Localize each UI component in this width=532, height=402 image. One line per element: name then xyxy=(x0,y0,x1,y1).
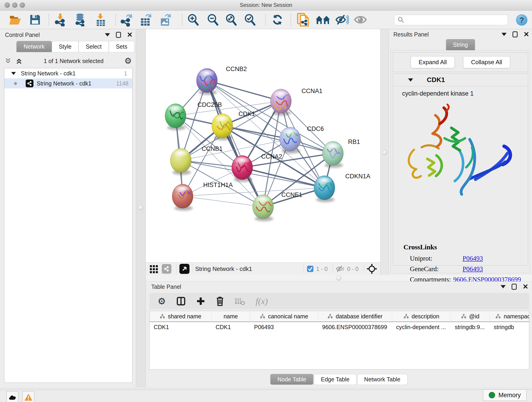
splitter-right-handle[interactable] xyxy=(382,150,387,155)
memory-button[interactable]: Memory xyxy=(483,389,526,401)
import-table-button[interactable] xyxy=(94,13,108,27)
node-CCNB1[interactable] xyxy=(170,148,191,175)
panel-close-icon[interactable]: ✕ xyxy=(127,32,133,38)
network-share-view-icon[interactable] xyxy=(162,264,171,274)
tab-network[interactable]: Network xyxy=(17,41,52,52)
network-row[interactable]: String Network - cdk1 11 48 xyxy=(4,78,132,89)
save-session-button[interactable] xyxy=(28,13,42,27)
table-cell[interactable]: cyclin-dependent ... xyxy=(392,322,451,332)
network-canvas[interactable]: CCNB2CCNA1CDC25BCDK1CDC6RB1CCNB1CCNA2CDK… xyxy=(146,29,380,262)
gene-collapse-icon[interactable] xyxy=(408,78,413,82)
table-row[interactable]: CDK1 CDK1 P06493 9606.ENSP00000378699 cy… xyxy=(150,322,529,332)
table-cell[interactable]: CDK1 xyxy=(150,322,211,332)
column-header[interactable]: namespace xyxy=(490,311,529,322)
zoom-selected-button[interactable] xyxy=(243,13,257,27)
table-cell[interactable]: P06493 xyxy=(250,322,318,332)
status-bar: Memory xyxy=(0,390,532,402)
expand-all-button[interactable]: Expand All xyxy=(411,56,455,68)
warnings-button[interactable] xyxy=(22,391,34,402)
tab-style[interactable]: Style xyxy=(52,41,79,52)
node-RB1[interactable] xyxy=(322,141,344,168)
panel-close-icon[interactable]: ✕ xyxy=(523,283,528,290)
export-table-button[interactable] xyxy=(139,13,153,27)
node-CCNB2[interactable] xyxy=(196,68,218,95)
open-session-button[interactable] xyxy=(8,13,22,27)
collapse-all-button[interactable]: Collapse All xyxy=(463,56,510,68)
function-builder-icon[interactable]: f(x) xyxy=(256,296,268,306)
table-cell[interactable]: CDK1 xyxy=(211,322,250,332)
panel-menu-icon[interactable] xyxy=(501,33,507,36)
delete-table-icon[interactable] xyxy=(234,297,245,305)
search-input[interactable] xyxy=(407,17,508,23)
network-options-gear-icon[interactable]: ⚙ xyxy=(124,57,132,65)
string-home-button[interactable] xyxy=(316,13,330,27)
tab-sets[interactable]: Sets xyxy=(109,41,134,52)
tab-edge-table[interactable]: Edge Table xyxy=(314,374,357,385)
node-CCNE1[interactable] xyxy=(253,195,273,221)
panel-float-icon[interactable] xyxy=(512,284,517,290)
node-CCNA1[interactable] xyxy=(270,89,294,115)
collapse-all-networks-icon[interactable] xyxy=(15,57,23,65)
crosslink-link[interactable]: P06493 xyxy=(462,265,483,273)
node-CCNA2[interactable] xyxy=(232,155,253,182)
share-document-button[interactable] xyxy=(296,13,310,27)
panel-menu-icon[interactable] xyxy=(105,33,110,36)
tab-string[interactable]: String xyxy=(446,39,475,50)
column-header[interactable]: shared name xyxy=(150,311,211,322)
node-CDKN1A[interactable] xyxy=(314,176,335,202)
table-cell[interactable]: 9606.ENSP00000378699 xyxy=(318,322,392,332)
cloud-button[interactable] xyxy=(6,391,18,402)
grid-view-icon[interactable] xyxy=(149,264,158,274)
splitter-left-handle[interactable] xyxy=(138,205,143,210)
column-header[interactable]: database identifier xyxy=(318,311,392,322)
crosshair-icon[interactable] xyxy=(367,264,377,274)
node-CDK1[interactable] xyxy=(212,114,233,140)
table-cell[interactable]: stringdb xyxy=(490,322,529,332)
column-header[interactable]: canonical name xyxy=(250,311,318,322)
table-options-gear-icon[interactable]: ⚙ xyxy=(158,297,166,306)
selected-checkbox-icon[interactable] xyxy=(307,265,314,273)
protein-structure-image xyxy=(400,100,524,201)
hide-unhide-button[interactable] xyxy=(335,13,349,27)
panel-close-icon[interactable]: ✕ xyxy=(524,31,529,38)
splitter-bottom-handle[interactable] xyxy=(336,276,341,281)
import-network-database-button[interactable] xyxy=(73,13,87,27)
detach-view-icon[interactable] xyxy=(179,264,190,274)
node-CDC25B[interactable] xyxy=(165,104,190,130)
expand-all-networks-icon[interactable] xyxy=(4,57,12,65)
edge-HIST1H1A-CCNE1[interactable] xyxy=(183,196,263,207)
titlebar: Session: New Session xyxy=(0,0,532,11)
tab-select[interactable]: Select xyxy=(79,41,109,52)
node-HIST1H1A[interactable] xyxy=(172,184,193,211)
panel-float-icon[interactable] xyxy=(116,32,121,38)
panel-menu-icon[interactable] xyxy=(500,285,506,288)
zoom-out-button[interactable] xyxy=(206,13,220,27)
import-network-file-button[interactable] xyxy=(53,13,67,27)
show-columns-icon[interactable] xyxy=(177,297,186,306)
export-image-button[interactable] xyxy=(158,13,173,27)
splitter-right[interactable] xyxy=(380,29,389,275)
column-header[interactable]: description xyxy=(392,311,451,322)
collection-expand-icon[interactable] xyxy=(11,72,16,75)
crosslink-link[interactable]: P06493 xyxy=(462,255,483,262)
column-header[interactable]: @id xyxy=(451,311,490,322)
column-header[interactable]: name xyxy=(211,311,250,322)
tab-node-table[interactable]: Node Table xyxy=(270,374,313,385)
search-box[interactable] xyxy=(394,15,508,25)
export-network-button[interactable] xyxy=(119,13,133,27)
delete-column-icon[interactable] xyxy=(216,296,224,306)
zoom-in-button[interactable] xyxy=(186,13,200,27)
network-collection-row[interactable]: String Network - cdk1 1 xyxy=(4,68,132,78)
tab-network-table[interactable]: Network Table xyxy=(357,374,407,385)
table-cell[interactable]: stringdb:9... xyxy=(451,322,490,332)
help-button[interactable]: ? xyxy=(516,14,527,26)
hidden-eye-icon[interactable] xyxy=(336,265,345,273)
toggle-view-button[interactable] xyxy=(353,13,367,27)
add-column-icon[interactable] xyxy=(196,297,205,306)
splitter-left[interactable] xyxy=(136,29,146,387)
panel-float-icon[interactable] xyxy=(513,32,518,37)
gene-header-row[interactable]: CDK1 xyxy=(393,74,528,86)
string-network-graph[interactable]: CCNB2CCNA1CDC25BCDK1CDC6RB1CCNB1CCNA2CDK… xyxy=(146,29,380,262)
refresh-button[interactable] xyxy=(270,13,285,27)
zoom-fit-button[interactable] xyxy=(224,13,238,27)
